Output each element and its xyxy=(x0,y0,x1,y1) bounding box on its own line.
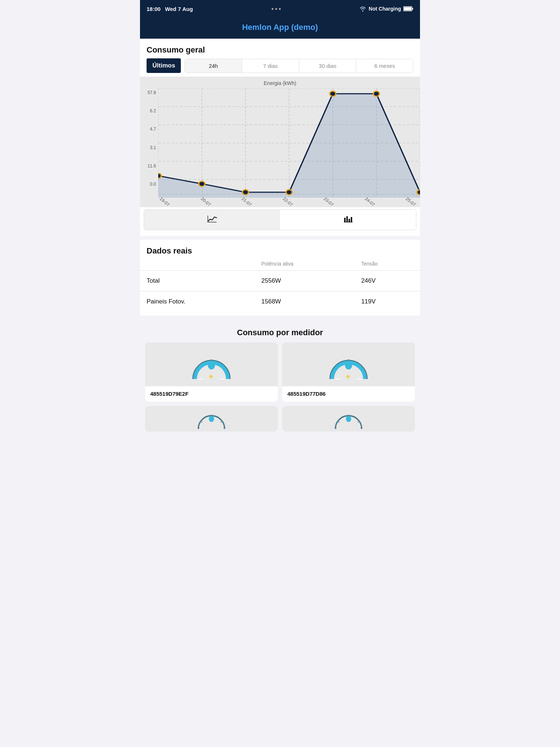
wifi-icon xyxy=(359,6,366,12)
status-bar-center xyxy=(272,8,281,10)
chart-area xyxy=(158,88,420,198)
x-label-20: 20-07 xyxy=(200,196,212,207)
medidor-card-1[interactable]: 485519D79E2F xyxy=(145,342,278,402)
consumo-geral-title: Consumo geral xyxy=(140,39,420,58)
tab-24h[interactable]: 24h xyxy=(185,59,242,73)
dados-reais-section: Dados reais Potência ativa Tensão Total … xyxy=(140,240,420,316)
medidor-label-bar-2: 485519D77D86 xyxy=(282,386,415,402)
bar-chart-icon xyxy=(343,215,353,223)
tab-6meses[interactable]: 6 meses xyxy=(356,59,413,73)
medidor-card-3-partial[interactable] xyxy=(145,406,278,431)
svg-point-22 xyxy=(330,91,336,96)
y-label-5: 0.0 xyxy=(144,182,156,187)
dados-reais-title: Dados reais xyxy=(140,240,420,257)
status-time: 18:00 xyxy=(147,6,160,12)
row-total-potencia: 2556W xyxy=(255,271,355,291)
row-total-tensao: 246V xyxy=(355,271,420,291)
line-chart-icon xyxy=(207,215,217,223)
status-bar-right: Not Charging xyxy=(359,6,413,12)
x-label-22: 22-07 xyxy=(282,196,294,207)
tab-30dias[interactable]: 30 dias xyxy=(299,59,357,73)
row-paineis-potencia: 1568W xyxy=(255,291,355,312)
x-axis: 19-07 20-07 21-07 22-07 23-07 24-07 25-0… xyxy=(140,198,420,207)
svg-line-57 xyxy=(339,422,339,423)
x-label-19: 19-07 xyxy=(159,196,171,207)
col-header-empty xyxy=(140,257,255,271)
svg-point-23 xyxy=(373,91,380,96)
ultimos-label: Últimos xyxy=(147,58,181,73)
y-axis: 57.8 6.2 4.7 3.1 11.6 0.0 xyxy=(140,88,158,198)
svg-rect-1 xyxy=(404,7,411,11)
col-header-tensao: Tensão xyxy=(355,257,420,271)
chart-y-label: Energia (kWh) xyxy=(140,80,420,88)
medidor-id-2: 485519D77D86 xyxy=(287,391,326,397)
x-label-21: 21-07 xyxy=(241,196,253,207)
y-label-2: 4.7 xyxy=(144,127,156,132)
consumo-por-medidor-title: Consumo por medidor xyxy=(140,323,420,342)
battery-icon xyxy=(403,6,413,11)
chart-toggles xyxy=(144,209,416,230)
meter-gauge-icon-4 xyxy=(327,408,370,431)
y-label-3: 3.1 xyxy=(144,145,156,150)
dados-table: Potência ativa Tensão Total 2556W 246V P… xyxy=(140,257,420,312)
meter-gauge-icon-1 xyxy=(190,350,233,383)
svg-line-53 xyxy=(221,422,221,423)
meter-gauge-icon-3 xyxy=(190,408,233,431)
medidor-card-4-partial[interactable] xyxy=(282,406,415,431)
medidor-label-bar-1: 485519D79E2F xyxy=(145,386,278,402)
svg-rect-30 xyxy=(351,217,352,222)
row-paineis-tensao: 119V xyxy=(355,291,420,312)
row-paineis-label: Paineis Fotov. xyxy=(140,291,255,312)
status-bar-left: 18:00 Wed 7 Aug xyxy=(147,6,193,12)
medidor-icon-area-1 xyxy=(186,342,237,386)
svg-rect-28 xyxy=(346,216,348,222)
y-label-0: 57.8 xyxy=(144,90,156,95)
y-label-1: 6.2 xyxy=(144,108,156,113)
table-row: Total 2556W 246V xyxy=(140,271,420,291)
status-day: Wed 7 Aug xyxy=(165,6,193,12)
x-label-24: 24-07 xyxy=(364,196,376,207)
svg-point-19 xyxy=(199,181,205,186)
medidor-card-2[interactable]: 485519D77D86 xyxy=(282,342,415,402)
chart-wrapper: 57.8 6.2 4.7 3.1 11.6 0.0 xyxy=(140,88,420,198)
svg-rect-2 xyxy=(412,8,413,10)
row-total-label: Total xyxy=(140,271,255,291)
consumo-por-medidor-section: Consumo por medidor xyxy=(140,319,420,437)
svg-marker-38 xyxy=(209,374,213,380)
svg-point-21 xyxy=(286,190,292,195)
bar-chart-toggle[interactable] xyxy=(280,210,416,230)
battery-status-text: Not Charging xyxy=(369,6,401,12)
medidor-grid: 485519D79E2F xyxy=(140,342,420,431)
medidor-id-1: 485519D79E2F xyxy=(150,391,188,397)
consumo-geral-section: Consumo geral Últimos 24h 7 dias 30 dias… xyxy=(140,39,420,236)
table-row: Paineis Fotov. 1568W 119V xyxy=(140,291,420,312)
app-title: Hemlon App (demo) xyxy=(140,23,420,32)
svg-point-24 xyxy=(417,190,420,195)
medidor-icon-area-2 xyxy=(323,342,374,386)
x-label-25: 25-07 xyxy=(405,196,417,207)
col-header-potencia: Potência ativa xyxy=(255,257,355,271)
svg-point-20 xyxy=(242,190,249,195)
app-header: Hemlon App (demo) xyxy=(140,18,420,39)
chart-container: Energia (kWh) 57.8 6.2 4.7 3.1 11.6 0.0 xyxy=(140,77,420,207)
time-tabs: 24h 7 dias 30 dias 6 meses xyxy=(184,59,413,73)
svg-line-51 xyxy=(202,422,202,423)
svg-marker-17 xyxy=(158,94,420,198)
chart-header-row: Últimos 24h 7 dias 30 dias 6 meses xyxy=(140,58,420,77)
line-chart-toggle[interactable] xyxy=(144,210,280,230)
status-bar: 18:00 Wed 7 Aug Not Charging xyxy=(140,0,420,18)
chart-svg xyxy=(158,88,420,198)
y-label-4: 11.6 xyxy=(144,163,156,169)
svg-line-59 xyxy=(358,422,358,423)
svg-marker-47 xyxy=(346,374,350,380)
svg-rect-29 xyxy=(349,219,350,222)
svg-point-18 xyxy=(158,173,161,178)
tab-7dias[interactable]: 7 dias xyxy=(242,59,299,73)
svg-rect-27 xyxy=(344,218,346,222)
meter-gauge-icon-2 xyxy=(327,350,370,383)
x-label-23: 23-07 xyxy=(323,196,335,207)
